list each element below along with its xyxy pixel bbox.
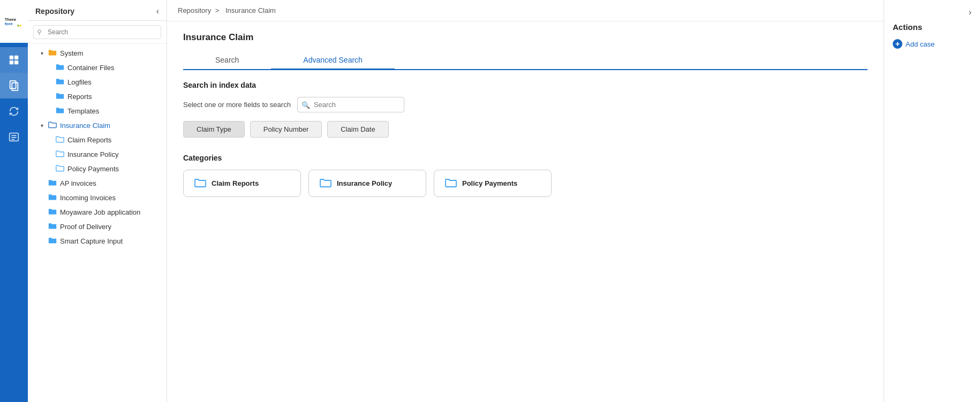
right-panel: › Actions + Add case [884,0,980,402]
folder-icon [56,92,64,102]
sidebar-item-ap-invoices[interactable]: ▸ AP invoices [28,176,167,191]
add-case-icon: + [893,39,902,49]
folder-open-icon [48,48,57,58]
sidebar-item-repository[interactable] [0,73,28,98]
sidebar-item-label: Claim Reports [67,136,111,144]
search-magnifier-icon: 🔍 [301,101,310,109]
svg-rect-7 [14,60,18,64]
category-folder-icon [445,178,457,189]
icon-bar: There fore [0,0,28,402]
category-card-insurance-policy[interactable]: Insurance Policy [308,170,426,197]
sidebar-tree: ▾ System ▸ Container Files ▸ [28,44,167,402]
folder-open-icon [48,120,57,131]
folder-icon [56,149,64,160]
sidebar-item-moyaware[interactable]: ▸ Moyaware Job application [28,205,167,219]
sidebar-item-label: AP invoices [60,179,96,187]
right-panel-expand-button[interactable]: › [969,7,971,17]
category-label: Claim Reports [212,179,259,187]
folder-icon [48,207,57,217]
folder-icon [56,63,64,73]
search-label: Select one or more fields to search [183,101,291,109]
svg-rect-4 [10,56,13,59]
sidebar-item-label: Container Files [67,64,114,72]
main-content: Repository > Insurance Claim Insurance C… [167,0,884,402]
topbar: Repository > Insurance Claim [167,0,884,21]
svg-rect-9 [12,83,18,91]
sidebar-item-container-files[interactable]: ▸ Container Files [28,60,167,75]
breadcrumb-repository[interactable]: Repository [178,6,211,14]
add-case-label: Add case [906,40,934,48]
arrow-icon: ▾ [41,123,48,128]
logo-icon: There fore [4,12,24,31]
sidebar-search-icon: ⚲ [37,28,42,36]
sidebar-item-label: Moyaware Job application [60,208,140,216]
sidebar-search-area: ⚲ [28,21,167,44]
sidebar-item-list[interactable] [0,124,28,150]
sidebar-item-system[interactable]: ▾ System [28,46,167,60]
tabs: Search Advanced Search [183,51,868,70]
content-area: Insurance Claim Search Advanced Search S… [167,21,884,402]
tab-search[interactable]: Search [183,51,271,70]
sidebar-search-input[interactable] [33,25,161,39]
folder-icon [48,193,57,203]
sidebar-item-smart-capture[interactable]: ▸ Smart Capture Input [28,234,167,248]
sidebar: Repository ‹ ⚲ ▾ System ▸ Cont [28,0,167,402]
grid-icon [8,54,20,66]
search-input-wrap: 🔍 [297,97,404,112]
search-row: Select one or more fields to search 🔍 [183,97,868,112]
category-card-policy-payments[interactable]: Policy Payments [434,170,552,197]
folder-icon [56,135,64,145]
field-btn-claim-date[interactable]: Claim Date [327,121,388,138]
document-icon [8,80,20,92]
sidebar-item-reports[interactable]: ▸ Reports [28,89,167,104]
sidebar-item-label: Templates [67,107,99,115]
sidebar-item-incoming-invoices[interactable]: ▸ Incoming Invoices [28,191,167,205]
index-search-input[interactable] [297,97,404,112]
svg-text:fore: fore [5,21,13,26]
search-section-title: Search in index data [183,81,868,89]
sidebar-item-proof-of-delivery[interactable]: ▸ Proof of Delivery [28,219,167,234]
sidebar-item-claim-reports[interactable]: ▸ Claim Reports [28,133,167,147]
sidebar-item-label: Proof of Delivery [60,223,111,231]
svg-rect-8 [10,81,16,89]
list-icon [8,131,20,143]
sidebar-item-dashboard[interactable] [0,47,28,73]
folder-icon [56,106,64,116]
field-btn-policy-number[interactable]: Policy Number [250,121,322,138]
sidebar-item-policy-payments[interactable]: ▸ Policy Payments [28,162,167,176]
field-btn-claim-type[interactable]: Claim Type [183,121,245,138]
sidebar-item-label: Logfiles [67,78,92,86]
page-title: Insurance Claim [183,32,868,43]
right-panel-toggle: › [893,7,971,17]
sidebar-item-insurance-policy[interactable]: ▸ Insurance Policy [28,147,167,162]
sidebar-item-refresh[interactable] [0,98,28,124]
folder-icon [48,236,57,246]
category-label: Policy Payments [462,179,517,187]
sidebar-collapse-button[interactable]: ‹ [156,6,159,16]
right-panel-title: Actions [893,22,971,32]
category-folder-icon [320,178,331,189]
sidebar-item-label: Insurance Policy [67,150,118,158]
sidebar-item-logfiles[interactable]: ▸ Logfiles [28,75,167,89]
svg-point-2 [17,25,19,27]
sidebar-item-templates[interactable]: ▸ Templates [28,104,167,118]
arrow-icon: ▾ [41,50,48,56]
sidebar-item-insurance-claim[interactable]: ▾ Insurance Claim [28,118,167,133]
breadcrumb: Repository > Insurance Claim [178,6,278,14]
sidebar-item-label: Policy Payments [67,165,119,173]
add-case-action[interactable]: + Add case [893,39,971,49]
sidebar-item-label: Incoming Invoices [60,194,116,202]
categories-title: Categories [183,154,868,162]
folder-icon [56,164,64,174]
categories-grid: Claim Reports Insurance Policy Policy Pa… [183,170,868,197]
field-buttons: Claim Type Policy Number Claim Date [183,121,868,138]
svg-rect-6 [10,60,13,64]
svg-rect-5 [14,56,18,59]
sidebar-title: Repository [35,7,74,16]
sidebar-item-label: Reports [67,93,92,101]
category-label: Insurance Policy [337,179,392,187]
tab-advanced-search[interactable]: Advanced Search [271,51,395,70]
sidebar-item-label: Insurance Claim [60,122,110,130]
category-folder-icon [194,178,206,189]
category-card-claim-reports[interactable]: Claim Reports [183,170,301,197]
